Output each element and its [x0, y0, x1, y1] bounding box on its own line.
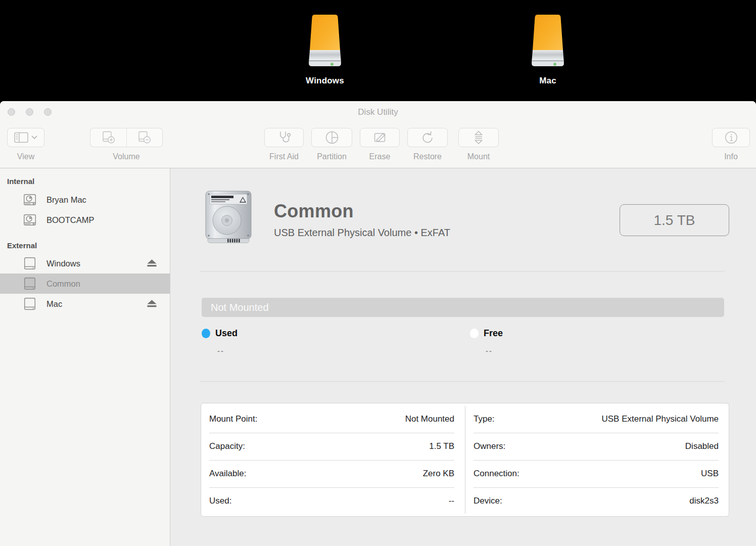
sidebar-item-common[interactable]: Common: [0, 274, 170, 294]
detail-row-used: Used: --: [201, 487, 465, 515]
view-button[interactable]: [7, 128, 44, 147]
volume-subtitle: USB External Physical Volume • ExFAT: [274, 227, 450, 239]
partition-button[interactable]: [311, 128, 352, 147]
detail-value: USB External Physical Volume: [602, 414, 719, 424]
sidebar-item-windows[interactable]: Windows: [0, 253, 170, 274]
disk-utility-window: Disk Utility View: [0, 101, 756, 546]
mount-label: Mount: [458, 152, 499, 161]
detail-label: Device:: [474, 496, 502, 506]
erase-label: Erase: [360, 152, 400, 161]
detail-row-capacity: Capacity: 1.5 TB: [201, 433, 465, 460]
sidebar-item-mac[interactable]: Mac: [0, 294, 170, 314]
free-value: --: [486, 346, 493, 355]
sidebar-view-icon: [14, 132, 37, 143]
internal-drive-icon: [22, 192, 37, 207]
detail-label: Mount Point:: [209, 414, 257, 424]
sidebar: Internal B: [0, 168, 170, 546]
external-drive-orange-icon: [301, 13, 349, 71]
view-label: View: [7, 152, 44, 161]
detail-label: Connection:: [474, 469, 519, 479]
detail-value: --: [449, 496, 454, 506]
divider: [200, 271, 725, 271]
first-aid-button[interactable]: [264, 128, 304, 147]
external-drive-icon: [22, 296, 37, 311]
desktop-icon-windows[interactable]: Windows: [294, 13, 356, 86]
volume-button-group: [90, 128, 163, 147]
partition-icon: [324, 130, 340, 145]
external-drive-orange-icon: [524, 13, 572, 71]
window-title: Disk Utility: [0, 107, 756, 117]
detail-value: USB: [701, 469, 719, 479]
detail-value: disk2s3: [689, 496, 719, 506]
add-volume-icon: [101, 130, 116, 145]
eject-icon[interactable]: [147, 299, 157, 308]
volume-title: Common: [274, 201, 354, 222]
sidebar-item-label: Windows: [46, 253, 80, 274]
details-left-column: Mount Point: Not Mounted Capacity: 1.5 T…: [201, 403, 465, 516]
detail-value: Zero KB: [423, 469, 454, 479]
details-right-column: Type: USB External Physical Volume Owner…: [465, 403, 729, 516]
detail-row-device: Device: disk2s3: [465, 487, 729, 515]
external-drive-icon: [22, 256, 37, 271]
usage-bar: Not Mounted: [202, 298, 724, 317]
window-chrome: Disk Utility View: [0, 101, 756, 168]
mount-button[interactable]: [458, 128, 499, 147]
info-button[interactable]: [712, 128, 750, 147]
desktop-icon-label: Windows: [294, 76, 356, 86]
used-dot-icon: [202, 329, 210, 338]
sidebar-item-label: BOOTCAMP: [46, 210, 94, 230]
desktop-background: Windows Mac: [0, 0, 756, 101]
sidebar-item-bryan-mac[interactable]: Bryan Mac: [0, 190, 170, 210]
detail-value: 1.5 TB: [429, 441, 454, 451]
detail-row-owners: Owners: Disabled: [465, 433, 729, 460]
capacity-badge: 1.5 TB: [620, 204, 729, 236]
detail-row-mount-point: Mount Point: Not Mounted: [201, 405, 465, 433]
add-volume-button[interactable]: [90, 128, 126, 147]
restore-label: Restore: [407, 152, 448, 161]
info-label: Info: [712, 152, 750, 161]
sidebar-item-label: Common: [46, 274, 80, 294]
detail-label: Type:: [474, 414, 495, 424]
mount-icon: [472, 130, 485, 145]
detail-value: Disabled: [685, 441, 719, 451]
sidebar-item-label: Mac: [46, 294, 62, 314]
legend-free: Free: [470, 328, 503, 339]
remove-volume-button[interactable]: [126, 128, 163, 147]
erase-button[interactable]: [360, 128, 400, 147]
detail-label: Available:: [209, 469, 246, 479]
divider: [200, 381, 725, 382]
sidebar-section-internal: Internal: [7, 177, 34, 186]
sidebar-section-external: External: [7, 241, 37, 250]
external-drive-icon: [22, 276, 37, 291]
sidebar-item-bootcamp[interactable]: BOOTCAMP: [0, 210, 170, 230]
detail-row-type: Type: USB External Physical Volume: [465, 405, 729, 433]
free-dot-icon: [470, 329, 479, 338]
remove-volume-icon: [137, 130, 152, 145]
main-content: Common USB External Physical Volume • Ex…: [170, 168, 756, 546]
first-aid-label: First Aid: [264, 152, 304, 161]
detail-value: Not Mounted: [405, 414, 454, 424]
restore-button[interactable]: [407, 128, 448, 147]
hdd-volume-icon: [203, 191, 254, 247]
first-aid-icon: [276, 130, 292, 145]
desktop-icon-mac[interactable]: Mac: [516, 13, 579, 86]
erase-icon: [372, 130, 388, 145]
desktop-icon-label: Mac: [516, 76, 579, 86]
volume-details-table: Mount Point: Not Mounted Capacity: 1.5 T…: [201, 403, 729, 517]
info-icon: [724, 130, 739, 145]
detail-label: Capacity:: [209, 441, 245, 451]
detail-label: Owners:: [474, 441, 505, 451]
legend-used: Used: [202, 328, 238, 339]
volume-label: Volume: [90, 152, 163, 161]
internal-drive-icon: [22, 212, 37, 228]
restore-icon: [420, 130, 435, 145]
free-label: Free: [484, 328, 503, 339]
detail-row-available: Available: Zero KB: [201, 460, 465, 487]
sidebar-item-label: Bryan Mac: [46, 190, 86, 210]
partition-label: Partition: [311, 152, 352, 161]
eject-icon[interactable]: [147, 259, 157, 267]
detail-row-connection: Connection: USB: [465, 460, 729, 487]
used-label: Used: [215, 328, 238, 339]
used-value: --: [217, 346, 224, 355]
detail-label: Used:: [209, 496, 231, 506]
